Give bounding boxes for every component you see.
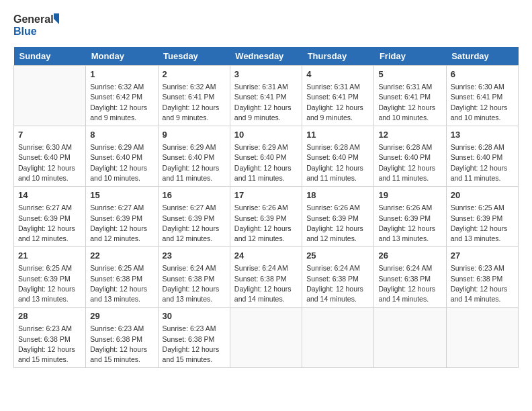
day-info: Sunrise: 6:23 AMSunset: 6:38 PMDaylight:… xyxy=(90,324,153,365)
day-info: Sunrise: 6:25 AMSunset: 6:38 PMDaylight:… xyxy=(90,263,153,304)
day-number: 30 xyxy=(163,310,226,322)
calendar-cell: 3Sunrise: 6:31 AMSunset: 6:41 PMDaylight… xyxy=(230,66,302,126)
day-number: 6 xyxy=(451,68,514,81)
day-number: 21 xyxy=(18,250,81,262)
calendar-cell: 5Sunrise: 6:31 AMSunset: 6:41 PMDaylight… xyxy=(374,66,446,126)
calendar-cell: 18Sunrise: 6:26 AMSunset: 6:39 PMDayligh… xyxy=(302,187,374,247)
calendar-cell: 15Sunrise: 6:27 AMSunset: 6:39 PMDayligh… xyxy=(86,187,158,247)
calendar-cell: 20Sunrise: 6:25 AMSunset: 6:39 PMDayligh… xyxy=(446,187,518,247)
day-number: 4 xyxy=(306,68,369,81)
calendar-cell: 19Sunrise: 6:26 AMSunset: 6:39 PMDayligh… xyxy=(374,187,446,247)
day-number: 26 xyxy=(378,250,441,262)
day-info: Sunrise: 6:28 AMSunset: 6:40 PMDaylight:… xyxy=(306,142,369,183)
day-info: Sunrise: 6:31 AMSunset: 6:41 PMDaylight:… xyxy=(378,82,441,123)
calendar-cell: 7Sunrise: 6:30 AMSunset: 6:40 PMDaylight… xyxy=(14,126,86,187)
day-info: Sunrise: 6:23 AMSunset: 6:38 PMDaylight:… xyxy=(163,324,226,365)
day-info: Sunrise: 6:26 AMSunset: 6:39 PMDaylight:… xyxy=(306,203,369,244)
calendar-cell: 27Sunrise: 6:23 AMSunset: 6:38 PMDayligh… xyxy=(446,247,518,308)
calendar-header-row: SundayMondayTuesdayWednesdayThursdayFrid… xyxy=(14,47,519,66)
day-info: Sunrise: 6:27 AMSunset: 6:39 PMDaylight:… xyxy=(163,203,226,244)
calendar-cell xyxy=(230,308,302,368)
col-header-friday: Friday xyxy=(374,47,446,66)
day-number: 22 xyxy=(90,250,153,262)
calendar-cell: 2Sunrise: 6:32 AMSunset: 6:41 PMDaylight… xyxy=(158,66,230,126)
calendar-cell: 30Sunrise: 6:23 AMSunset: 6:38 PMDayligh… xyxy=(158,308,230,368)
day-info: Sunrise: 6:32 AMSunset: 6:42 PMDaylight:… xyxy=(90,82,153,123)
day-info: Sunrise: 6:23 AMSunset: 6:38 PMDaylight:… xyxy=(18,324,81,365)
calendar-cell xyxy=(14,66,86,126)
day-number: 14 xyxy=(18,189,81,201)
day-number: 12 xyxy=(378,129,441,141)
day-info: Sunrise: 6:31 AMSunset: 6:41 PMDaylight:… xyxy=(234,82,298,123)
calendar-cell: 9Sunrise: 6:29 AMSunset: 6:40 PMDaylight… xyxy=(158,126,230,187)
calendar-cell: 1Sunrise: 6:32 AMSunset: 6:42 PMDaylight… xyxy=(86,66,158,126)
day-number: 3 xyxy=(234,68,298,81)
col-header-thursday: Thursday xyxy=(302,47,374,66)
logo: GeneralBlue xyxy=(13,11,60,39)
day-info: Sunrise: 6:29 AMSunset: 6:40 PMDaylight:… xyxy=(90,142,153,183)
calendar-week-row: 21Sunrise: 6:25 AMSunset: 6:39 PMDayligh… xyxy=(14,247,519,308)
calendar-cell: 22Sunrise: 6:25 AMSunset: 6:38 PMDayligh… xyxy=(86,247,158,308)
day-number: 27 xyxy=(451,250,514,262)
calendar-cell: 29Sunrise: 6:23 AMSunset: 6:38 PMDayligh… xyxy=(86,308,158,368)
calendar-table: SundayMondayTuesdayWednesdayThursdayFrid… xyxy=(13,47,519,368)
calendar-cell: 12Sunrise: 6:28 AMSunset: 6:40 PMDayligh… xyxy=(374,126,446,187)
day-number: 10 xyxy=(234,129,298,141)
day-number: 18 xyxy=(306,189,369,201)
calendar-cell: 17Sunrise: 6:26 AMSunset: 6:39 PMDayligh… xyxy=(230,187,302,247)
day-number: 7 xyxy=(18,129,81,141)
svg-text:Blue: Blue xyxy=(13,26,37,37)
day-info: Sunrise: 6:24 AMSunset: 6:38 PMDaylight:… xyxy=(234,263,298,304)
calendar-cell: 23Sunrise: 6:24 AMSunset: 6:38 PMDayligh… xyxy=(158,247,230,308)
col-header-monday: Monday xyxy=(86,47,158,66)
calendar-cell: 11Sunrise: 6:28 AMSunset: 6:40 PMDayligh… xyxy=(302,126,374,187)
day-info: Sunrise: 6:23 AMSunset: 6:38 PMDaylight:… xyxy=(451,263,514,304)
day-number: 11 xyxy=(306,129,369,141)
day-info: Sunrise: 6:28 AMSunset: 6:40 PMDaylight:… xyxy=(378,142,441,183)
calendar-cell: 24Sunrise: 6:24 AMSunset: 6:38 PMDayligh… xyxy=(230,247,302,308)
day-info: Sunrise: 6:25 AMSunset: 6:39 PMDaylight:… xyxy=(451,203,514,244)
day-info: Sunrise: 6:28 AMSunset: 6:40 PMDaylight:… xyxy=(451,142,514,183)
calendar-week-row: 14Sunrise: 6:27 AMSunset: 6:39 PMDayligh… xyxy=(14,187,519,247)
calendar-cell xyxy=(446,308,518,368)
day-info: Sunrise: 6:25 AMSunset: 6:39 PMDaylight:… xyxy=(18,263,81,304)
day-info: Sunrise: 6:24 AMSunset: 6:38 PMDaylight:… xyxy=(163,263,226,304)
calendar-week-row: 28Sunrise: 6:23 AMSunset: 6:38 PMDayligh… xyxy=(14,308,519,368)
day-info: Sunrise: 6:30 AMSunset: 6:40 PMDaylight:… xyxy=(18,142,81,183)
svg-text:General: General xyxy=(13,13,54,25)
day-info: Sunrise: 6:32 AMSunset: 6:41 PMDaylight:… xyxy=(163,82,226,123)
col-header-wednesday: Wednesday xyxy=(230,47,302,66)
day-number: 28 xyxy=(18,310,81,322)
calendar-cell xyxy=(302,308,374,368)
calendar-cell xyxy=(374,308,446,368)
calendar-week-row: 1Sunrise: 6:32 AMSunset: 6:42 PMDaylight… xyxy=(14,66,519,126)
day-number: 13 xyxy=(451,129,514,141)
day-info: Sunrise: 6:27 AMSunset: 6:39 PMDaylight:… xyxy=(90,203,153,244)
day-number: 8 xyxy=(90,129,153,141)
calendar-cell: 28Sunrise: 6:23 AMSunset: 6:38 PMDayligh… xyxy=(14,308,86,368)
day-info: Sunrise: 6:26 AMSunset: 6:39 PMDaylight:… xyxy=(234,203,298,244)
day-info: Sunrise: 6:26 AMSunset: 6:39 PMDaylight:… xyxy=(378,203,441,244)
day-number: 17 xyxy=(234,189,298,201)
calendar-cell: 13Sunrise: 6:28 AMSunset: 6:40 PMDayligh… xyxy=(446,126,518,187)
calendar-cell: 10Sunrise: 6:29 AMSunset: 6:40 PMDayligh… xyxy=(230,126,302,187)
col-header-tuesday: Tuesday xyxy=(158,47,230,66)
calendar-cell: 16Sunrise: 6:27 AMSunset: 6:39 PMDayligh… xyxy=(158,187,230,247)
day-number: 1 xyxy=(90,68,153,81)
col-header-saturday: Saturday xyxy=(446,47,518,66)
day-number: 9 xyxy=(163,129,226,141)
day-info: Sunrise: 6:29 AMSunset: 6:40 PMDaylight:… xyxy=(163,142,226,183)
calendar-cell: 4Sunrise: 6:31 AMSunset: 6:41 PMDaylight… xyxy=(302,66,374,126)
calendar-cell: 26Sunrise: 6:24 AMSunset: 6:38 PMDayligh… xyxy=(374,247,446,308)
day-number: 2 xyxy=(163,68,226,81)
calendar-cell: 21Sunrise: 6:25 AMSunset: 6:39 PMDayligh… xyxy=(14,247,86,308)
col-header-sunday: Sunday xyxy=(14,47,86,66)
day-number: 16 xyxy=(163,189,226,201)
day-number: 5 xyxy=(378,68,441,81)
day-number: 25 xyxy=(306,250,369,262)
day-number: 19 xyxy=(378,189,441,201)
calendar-cell: 8Sunrise: 6:29 AMSunset: 6:40 PMDaylight… xyxy=(86,126,158,187)
calendar-cell: 25Sunrise: 6:24 AMSunset: 6:38 PMDayligh… xyxy=(302,247,374,308)
day-info: Sunrise: 6:27 AMSunset: 6:39 PMDaylight:… xyxy=(18,203,81,244)
header: GeneralBlue xyxy=(13,11,519,39)
